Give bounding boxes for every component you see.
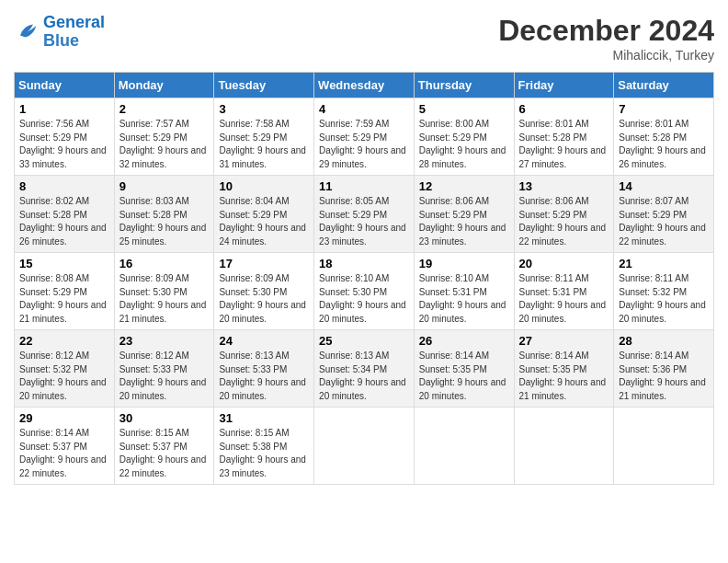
day-info: Sunrise: 8:04 AM Sunset: 5:29 PM Dayligh… bbox=[219, 195, 309, 248]
day-info: Sunrise: 8:11 AM Sunset: 5:31 PM Dayligh… bbox=[519, 272, 609, 326]
calendar-day-cell: 19 Sunrise: 8:10 AM Sunset: 5:31 PM Dayl… bbox=[414, 253, 514, 330]
day-info: Sunrise: 8:14 AM Sunset: 5:37 PM Dayligh… bbox=[19, 427, 109, 480]
calendar-week-row: 22 Sunrise: 8:12 AM Sunset: 5:32 PM Dayl… bbox=[15, 330, 714, 408]
calendar-day-cell: 24 Sunrise: 8:13 AM Sunset: 5:33 PM Dayl… bbox=[214, 330, 314, 408]
weekday-header: Thursday bbox=[414, 73, 514, 98]
calendar-day-cell: 13 Sunrise: 8:06 AM Sunset: 5:29 PM Dayl… bbox=[514, 176, 614, 253]
title-block: December 2024 Mihaliccik, Turkey bbox=[498, 14, 714, 63]
day-info: Sunrise: 8:06 AM Sunset: 5:29 PM Dayligh… bbox=[419, 195, 509, 248]
day-info: Sunrise: 8:11 AM Sunset: 5:32 PM Dayligh… bbox=[619, 272, 709, 326]
day-info: Sunrise: 8:02 AM Sunset: 5:28 PM Dayligh… bbox=[19, 195, 109, 248]
day-number: 6 bbox=[519, 102, 609, 116]
day-info: Sunrise: 8:14 AM Sunset: 5:35 PM Dayligh… bbox=[519, 350, 609, 403]
calendar-day-cell: 26 Sunrise: 8:14 AM Sunset: 5:35 PM Dayl… bbox=[414, 330, 514, 408]
day-number: 20 bbox=[519, 257, 609, 270]
calendar-day-cell: 3 Sunrise: 7:58 AM Sunset: 5:29 PM Dayli… bbox=[214, 98, 314, 176]
day-info: Sunrise: 8:03 AM Sunset: 5:28 PM Dayligh… bbox=[119, 195, 210, 248]
day-number: 8 bbox=[19, 179, 109, 193]
day-number: 1 bbox=[19, 102, 109, 116]
logo-text: General Blue bbox=[43, 14, 105, 51]
day-info: Sunrise: 8:08 AM Sunset: 5:29 PM Dayligh… bbox=[19, 272, 109, 326]
day-number: 26 bbox=[419, 334, 509, 348]
day-number: 10 bbox=[219, 179, 309, 193]
calendar-day-cell: 28 Sunrise: 8:14 AM Sunset: 5:36 PM Dayl… bbox=[614, 330, 714, 408]
day-number: 30 bbox=[119, 411, 210, 425]
calendar-day-cell: 5 Sunrise: 8:00 AM Sunset: 5:29 PM Dayli… bbox=[414, 98, 514, 176]
weekday-header: Friday bbox=[514, 73, 614, 98]
day-info: Sunrise: 8:01 AM Sunset: 5:28 PM Dayligh… bbox=[619, 118, 709, 171]
day-info: Sunrise: 8:14 AM Sunset: 5:35 PM Dayligh… bbox=[419, 350, 509, 403]
calendar-week-row: 29 Sunrise: 8:14 AM Sunset: 5:37 PM Dayl… bbox=[15, 408, 714, 485]
day-number: 12 bbox=[419, 179, 509, 193]
day-info: Sunrise: 8:15 AM Sunset: 5:38 PM Dayligh… bbox=[219, 427, 309, 480]
calendar-day-cell: 31 Sunrise: 8:15 AM Sunset: 5:38 PM Dayl… bbox=[214, 408, 314, 485]
day-number: 2 bbox=[119, 102, 210, 116]
calendar-title: December 2024 bbox=[498, 14, 714, 48]
day-info: Sunrise: 8:10 AM Sunset: 5:30 PM Dayligh… bbox=[319, 272, 409, 326]
calendar-day-cell: 7 Sunrise: 8:01 AM Sunset: 5:28 PM Dayli… bbox=[614, 98, 714, 176]
weekday-header: Saturday bbox=[614, 73, 714, 98]
day-info: Sunrise: 8:07 AM Sunset: 5:29 PM Dayligh… bbox=[619, 195, 709, 248]
day-info: Sunrise: 8:12 AM Sunset: 5:33 PM Dayligh… bbox=[119, 350, 210, 403]
calendar-day-cell: 6 Sunrise: 8:01 AM Sunset: 5:28 PM Dayli… bbox=[514, 98, 614, 176]
day-info: Sunrise: 8:06 AM Sunset: 5:29 PM Dayligh… bbox=[519, 195, 609, 248]
day-number: 5 bbox=[419, 102, 509, 116]
day-number: 4 bbox=[319, 102, 409, 116]
calendar-week-row: 1 Sunrise: 7:56 AM Sunset: 5:29 PM Dayli… bbox=[15, 98, 714, 176]
day-number: 11 bbox=[319, 179, 409, 193]
day-info: Sunrise: 8:05 AM Sunset: 5:29 PM Dayligh… bbox=[319, 195, 409, 248]
calendar-day-cell: 1 Sunrise: 7:56 AM Sunset: 5:29 PM Dayli… bbox=[15, 98, 115, 176]
calendar-week-row: 8 Sunrise: 8:02 AM Sunset: 5:28 PM Dayli… bbox=[15, 176, 714, 253]
calendar-day-cell: 25 Sunrise: 8:13 AM Sunset: 5:34 PM Dayl… bbox=[314, 330, 415, 408]
logo: General Blue bbox=[14, 14, 105, 51]
day-number: 16 bbox=[119, 257, 210, 270]
day-number: 31 bbox=[219, 411, 309, 425]
day-number: 19 bbox=[419, 257, 509, 270]
day-number: 22 bbox=[19, 334, 109, 348]
day-info: Sunrise: 8:13 AM Sunset: 5:33 PM Dayligh… bbox=[219, 350, 309, 403]
calendar-day-cell: 20 Sunrise: 8:11 AM Sunset: 5:31 PM Dayl… bbox=[514, 253, 614, 330]
calendar-day-cell: 23 Sunrise: 8:12 AM Sunset: 5:33 PM Dayl… bbox=[114, 330, 214, 408]
calendar-day-cell: 30 Sunrise: 8:15 AM Sunset: 5:37 PM Dayl… bbox=[114, 408, 214, 485]
day-info: Sunrise: 8:15 AM Sunset: 5:37 PM Dayligh… bbox=[119, 427, 210, 480]
day-number: 14 bbox=[619, 179, 709, 193]
calendar-day-cell bbox=[314, 408, 415, 485]
day-number: 28 bbox=[619, 334, 709, 348]
calendar-day-cell: 11 Sunrise: 8:05 AM Sunset: 5:29 PM Dayl… bbox=[314, 176, 415, 253]
weekday-header: Monday bbox=[114, 73, 214, 98]
logo-icon bbox=[14, 19, 40, 45]
calendar-day-cell: 15 Sunrise: 8:08 AM Sunset: 5:29 PM Dayl… bbox=[15, 253, 115, 330]
calendar-day-cell bbox=[414, 408, 514, 485]
calendar-day-cell: 17 Sunrise: 8:09 AM Sunset: 5:30 PM Dayl… bbox=[214, 253, 314, 330]
calendar-day-cell bbox=[514, 408, 614, 485]
day-number: 7 bbox=[619, 102, 709, 116]
calendar-day-cell: 22 Sunrise: 8:12 AM Sunset: 5:32 PM Dayl… bbox=[15, 330, 115, 408]
calendar-day-cell: 21 Sunrise: 8:11 AM Sunset: 5:32 PM Dayl… bbox=[614, 253, 714, 330]
calendar-day-cell: 16 Sunrise: 8:09 AM Sunset: 5:30 PM Dayl… bbox=[114, 253, 214, 330]
calendar-day-cell: 4 Sunrise: 7:59 AM Sunset: 5:29 PM Dayli… bbox=[314, 98, 415, 176]
day-number: 9 bbox=[119, 179, 210, 193]
weekday-header-row: SundayMondayTuesdayWednesdayThursdayFrid… bbox=[15, 73, 714, 98]
day-info: Sunrise: 8:09 AM Sunset: 5:30 PM Dayligh… bbox=[219, 272, 309, 326]
day-info: Sunrise: 8:14 AM Sunset: 5:36 PM Dayligh… bbox=[619, 350, 709, 403]
day-info: Sunrise: 8:01 AM Sunset: 5:28 PM Dayligh… bbox=[519, 118, 609, 171]
day-number: 18 bbox=[319, 257, 409, 270]
weekday-header: Sunday bbox=[15, 73, 115, 98]
day-info: Sunrise: 7:59 AM Sunset: 5:29 PM Dayligh… bbox=[319, 118, 409, 171]
calendar-subtitle: Mihaliccik, Turkey bbox=[498, 48, 714, 63]
calendar-week-row: 15 Sunrise: 8:08 AM Sunset: 5:29 PM Dayl… bbox=[15, 253, 714, 330]
calendar-day-cell: 29 Sunrise: 8:14 AM Sunset: 5:37 PM Dayl… bbox=[15, 408, 115, 485]
day-info: Sunrise: 8:00 AM Sunset: 5:29 PM Dayligh… bbox=[419, 118, 509, 171]
day-number: 29 bbox=[19, 411, 109, 425]
day-number: 23 bbox=[119, 334, 210, 348]
calendar-day-cell: 18 Sunrise: 8:10 AM Sunset: 5:30 PM Dayl… bbox=[314, 253, 415, 330]
calendar-day-cell: 14 Sunrise: 8:07 AM Sunset: 5:29 PM Dayl… bbox=[614, 176, 714, 253]
day-info: Sunrise: 8:13 AM Sunset: 5:34 PM Dayligh… bbox=[319, 350, 409, 403]
day-number: 15 bbox=[19, 257, 109, 270]
day-info: Sunrise: 8:09 AM Sunset: 5:30 PM Dayligh… bbox=[119, 272, 210, 326]
day-info: Sunrise: 7:58 AM Sunset: 5:29 PM Dayligh… bbox=[219, 118, 309, 171]
day-number: 17 bbox=[219, 257, 309, 270]
day-number: 25 bbox=[319, 334, 409, 348]
weekday-header: Tuesday bbox=[214, 73, 314, 98]
header: General Blue December 2024 Mihaliccik, T… bbox=[14, 14, 714, 63]
